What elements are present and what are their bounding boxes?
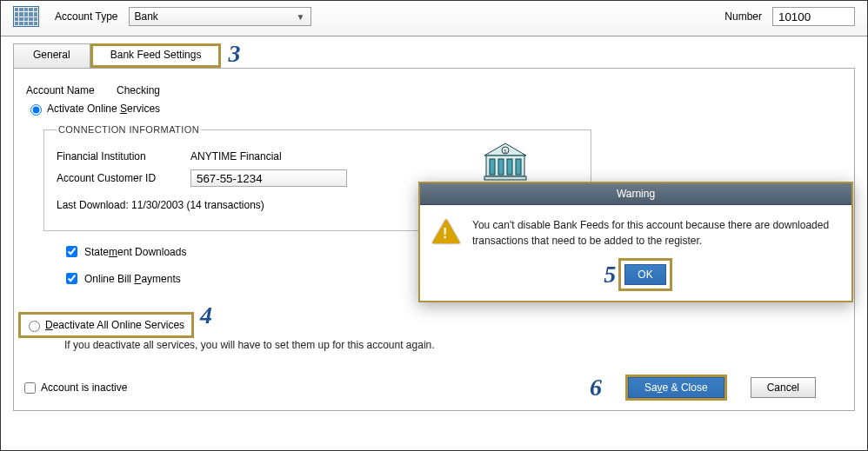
step-marker-5: 5	[604, 261, 616, 289]
last-download-text: Last Download: 11/30/2003 (14 transactio…	[57, 199, 264, 211]
chevron-down-icon: ▼	[297, 12, 305, 22]
ok-button[interactable]: OK	[624, 264, 665, 285]
tab-general[interactable]: General	[13, 43, 90, 68]
account-name-label: Account Name	[26, 84, 117, 96]
account-inactive-label: Account is inactive	[41, 381, 127, 394]
save-close-button[interactable]: Save & Close	[628, 377, 724, 398]
account-type-select[interactable]: Bank ▼	[129, 7, 311, 26]
online-bill-payments-label: Online Bill Payments	[84, 273, 181, 285]
statement-downloads-check[interactable]	[66, 246, 77, 257]
svg-rect-6	[484, 176, 526, 180]
account-type-value: Bank	[135, 10, 158, 23]
step-marker-4: 4	[200, 302, 212, 329]
deactivate-online-label: Deactivate All Online Services	[45, 319, 184, 331]
deactivate-note: If you deactivate all services, you will…	[64, 339, 842, 351]
svg-rect-2	[490, 159, 495, 175]
warning-dialog: Warning You can't disable Bank Feeds for…	[418, 182, 853, 302]
svg-rect-5	[516, 159, 521, 175]
step-marker-3: 3	[228, 40, 240, 68]
financial-institution-label: Financial Institution	[57, 150, 190, 162]
deactivate-online-radio[interactable]	[29, 321, 40, 332]
footer: Account is inactive 6 Save & Close Cance…	[17, 374, 851, 401]
svg-rect-4	[507, 159, 512, 175]
activate-online-radio[interactable]	[30, 104, 42, 116]
header-bar: Account Type Bank ▼ Number	[1, 1, 867, 36]
account-type-label: Account Type	[55, 10, 118, 23]
customer-id-input[interactable]	[190, 169, 347, 187]
dialog-message: You can't disable Bank Feeds for this ac…	[472, 217, 839, 249]
account-name-value: Checking	[117, 84, 160, 96]
financial-institution-value: ANYTIME Financial	[190, 150, 282, 162]
number-label: Number	[724, 10, 762, 23]
step-marker-6: 6	[590, 374, 602, 401]
connection-legend: CONNECTION INFORMATION	[57, 124, 201, 135]
dialog-title: Warning	[420, 183, 851, 205]
number-input[interactable]	[772, 7, 855, 26]
account-icon	[13, 6, 39, 27]
customer-id-label: Account Customer ID	[57, 172, 190, 184]
tab-bank-feed-settings[interactable]: Bank Feed Settings	[90, 43, 222, 68]
statement-downloads-label: Statement Downloads	[84, 246, 186, 258]
activate-online-label: Activate Online Services	[47, 103, 160, 115]
online-bill-payments-check[interactable]	[66, 273, 77, 284]
warning-icon	[432, 219, 460, 243]
bank-icon: $	[481, 142, 530, 184]
account-inactive-check[interactable]	[24, 382, 36, 394]
tab-bar: General Bank Feed Settings 3	[13, 43, 855, 68]
svg-rect-3	[498, 159, 504, 175]
cancel-button[interactable]: Cancel	[751, 377, 816, 398]
